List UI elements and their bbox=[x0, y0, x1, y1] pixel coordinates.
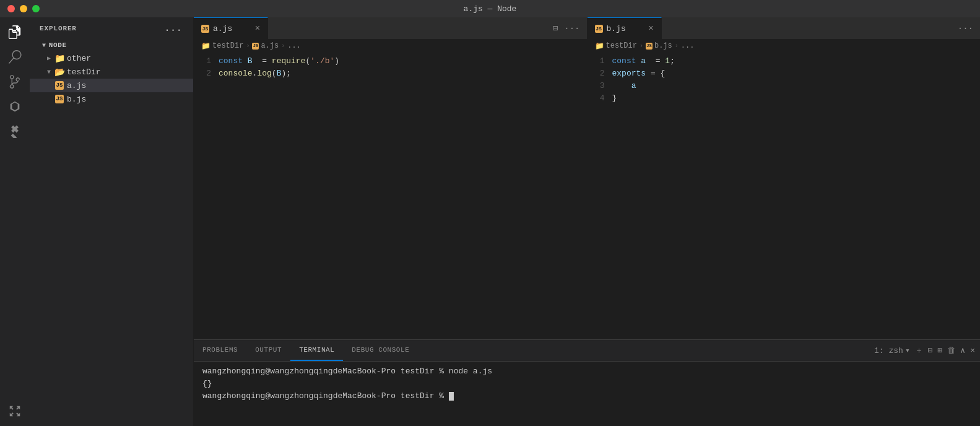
sidebar-header: EXPLORER ... bbox=[30, 17, 193, 39]
explorer-title: EXPLORER bbox=[40, 25, 77, 32]
terminal-panels-icon[interactable]: ⊞ bbox=[938, 346, 943, 355]
more-actions-icon[interactable]: ··· bbox=[956, 22, 975, 35]
shell-label: 1: zsh bbox=[874, 346, 903, 355]
tab-ajs[interactable]: JS a.js × bbox=[194, 17, 268, 39]
maximize-button[interactable] bbox=[32, 5, 40, 12]
terminal-tab-label: TERMINAL bbox=[299, 346, 334, 354]
activity-extensions[interactable] bbox=[5, 121, 25, 141]
js-file-icon: JS bbox=[54, 94, 64, 104]
split-editor-icon[interactable]: ⊟ bbox=[551, 21, 560, 35]
titlebar: a.js — Node bbox=[0, 0, 980, 17]
minimize-button[interactable] bbox=[20, 5, 27, 12]
terminal-tab-bar: PROBLEMS OUTPUT TERMINAL DEBUG CONSOLE 1… bbox=[194, 340, 980, 362]
folder-open-icon: 📂 bbox=[54, 67, 64, 77]
tab-ajs-label: a.js bbox=[213, 24, 232, 33]
sidebar-item-testdir[interactable]: ▼ 📂 testDir bbox=[30, 65, 193, 79]
activity-source-control[interactable] bbox=[5, 72, 25, 92]
activity-search[interactable] bbox=[5, 47, 25, 67]
more-actions-icon[interactable]: ··· bbox=[562, 22, 581, 35]
problems-tab-label: PROBLEMS bbox=[202, 346, 238, 354]
code-content-right: 1 2 3 4 const a = 1; exports = { a } bbox=[588, 53, 981, 107]
sidebar-item-ajs[interactable]: JS a.js bbox=[30, 79, 193, 92]
close-panel-icon[interactable]: × bbox=[970, 346, 975, 355]
tab-bjs-label: b.js bbox=[607, 24, 626, 33]
activity-explorer[interactable] bbox=[5, 22, 25, 42]
breadcrumb-testdir: 📁 testDir bbox=[201, 41, 243, 51]
main-layout: EXPLORER ... ▼ NODE ▶ 📁 other ▼ bbox=[0, 17, 980, 426]
tab-problems[interactable]: PROBLEMS bbox=[194, 340, 246, 361]
collapse-up-icon[interactable]: ∧ bbox=[960, 346, 965, 355]
chevron-down-icon: ▾ bbox=[905, 346, 910, 355]
code-line: const a = 1; bbox=[612, 55, 971, 67]
tab-close-button[interactable]: × bbox=[646, 24, 656, 33]
folder-icon: 📁 bbox=[54, 53, 64, 63]
tab-debug-console[interactable]: DEBUG CONSOLE bbox=[343, 340, 418, 361]
tab-bar-left-actions: ⊟ ··· bbox=[546, 17, 587, 39]
editor-pane-right: JS b.js × ··· 📁 testDir › bbox=[588, 17, 981, 339]
breadcrumb-bjs: JS b.js bbox=[646, 41, 672, 50]
breadcrumb-ajs: JS a.js bbox=[252, 41, 279, 50]
code-lines-right: const a = 1; exports = { a } bbox=[612, 55, 981, 105]
window-controls bbox=[7, 5, 40, 12]
terminal-line-1: wangzhongqing@wangzhongqingdeMacBook-Pro… bbox=[202, 365, 971, 378]
tab-bar-right-actions: ··· bbox=[951, 17, 980, 39]
js-file-icon: JS bbox=[54, 80, 64, 90]
tab-close-button[interactable]: × bbox=[253, 24, 262, 33]
tab-terminal[interactable]: TERMINAL bbox=[290, 340, 343, 361]
breadcrumb-left: 📁 testDir › JS a.js › ... bbox=[194, 39, 587, 53]
node-section-label: NODE bbox=[49, 41, 67, 49]
terminal-line-2: {} bbox=[202, 378, 971, 390]
editor-panes: JS a.js × ⊟ ··· 📁 testDir › bbox=[194, 17, 980, 339]
editor-pane-left: JS a.js × ⊟ ··· 📁 testDir › bbox=[194, 17, 588, 339]
editor-area: JS a.js × ⊟ ··· 📁 testDir › bbox=[194, 17, 980, 426]
code-line: exports = { bbox=[612, 67, 971, 80]
terminal-actions: 1: zsh ▾ ＋ ⊟ ⊞ 🗑 ∧ × bbox=[869, 340, 980, 361]
code-line: } bbox=[612, 92, 971, 105]
terminal-area: PROBLEMS OUTPUT TERMINAL DEBUG CONSOLE 1… bbox=[194, 339, 980, 426]
terminal-shell-selector[interactable]: 1: zsh ▾ bbox=[874, 346, 910, 355]
trash-icon[interactable]: 🗑 bbox=[947, 346, 955, 355]
bjs-file-label: b.js bbox=[67, 95, 86, 104]
tab-bjs[interactable]: JS b.js × bbox=[588, 17, 662, 39]
terminal-line-3: wangzhongqing@wangzhongqingdeMacBook-Pro… bbox=[202, 390, 971, 402]
code-lines-left: const B = require('./b') console.log(B); bbox=[219, 55, 587, 80]
tab-js-icon: JS bbox=[201, 25, 209, 33]
sidebar-item-other[interactable]: ▶ 📁 other bbox=[30, 51, 193, 65]
code-content-left: 1 2 const B = require('./b') console.log… bbox=[194, 53, 587, 82]
activity-remote[interactable] bbox=[5, 401, 25, 421]
chevron-down-icon: ▼ bbox=[42, 42, 46, 49]
explorer-tree: ▼ NODE ▶ 📁 other ▼ 📂 testDir bbox=[30, 39, 193, 426]
node-section[interactable]: ▼ NODE bbox=[30, 39, 193, 51]
sidebar: EXPLORER ... ▼ NODE ▶ 📁 other ▼ bbox=[30, 17, 194, 426]
debug-console-tab-label: DEBUG CONSOLE bbox=[352, 346, 409, 354]
close-button[interactable] bbox=[7, 5, 15, 12]
ajs-file-label: a.js bbox=[67, 81, 86, 90]
code-line: console.log(B); bbox=[219, 67, 577, 80]
tab-js-icon: JS bbox=[595, 25, 603, 33]
line-numbers-right: 1 2 3 4 bbox=[588, 55, 612, 105]
activity-bar bbox=[0, 17, 30, 426]
cursor bbox=[449, 392, 454, 401]
other-folder-label: other bbox=[67, 54, 91, 63]
add-terminal-button[interactable]: ＋ bbox=[915, 345, 923, 356]
terminal-content[interactable]: wangzhongqing@wangzhongqingdeMacBook-Pro… bbox=[194, 362, 980, 426]
tab-bar-left: JS a.js × ⊟ ··· bbox=[194, 17, 587, 39]
code-line: const B = require('./b') bbox=[219, 55, 577, 67]
chevron-right-icon: ▶ bbox=[47, 54, 51, 62]
line-numbers-left: 1 2 bbox=[194, 55, 219, 80]
sidebar-more-button[interactable]: ... bbox=[163, 22, 183, 35]
tab-bar-right: JS b.js × ··· bbox=[588, 17, 981, 39]
testdir-folder-label: testDir bbox=[67, 67, 101, 77]
breadcrumb-testdir-r: 📁 testDir bbox=[595, 41, 637, 51]
code-editor-right[interactable]: 1 2 3 4 const a = 1; exports = { a } bbox=[588, 53, 981, 339]
code-editor-left[interactable]: 1 2 const B = require('./b') console.log… bbox=[194, 53, 587, 339]
activity-run-debug[interactable] bbox=[5, 97, 25, 116]
breadcrumb-right: 📁 testDir › JS b.js › ... bbox=[588, 39, 981, 53]
code-line: a bbox=[612, 80, 971, 92]
sidebar-item-bjs[interactable]: JS b.js bbox=[30, 92, 193, 106]
tab-output[interactable]: OUTPUT bbox=[246, 340, 290, 361]
sidebar-actions: ... bbox=[163, 22, 183, 35]
output-tab-label: OUTPUT bbox=[255, 346, 282, 354]
split-terminal-button[interactable]: ⊟ bbox=[928, 346, 933, 355]
window-title: a.js — Node bbox=[464, 4, 517, 14]
